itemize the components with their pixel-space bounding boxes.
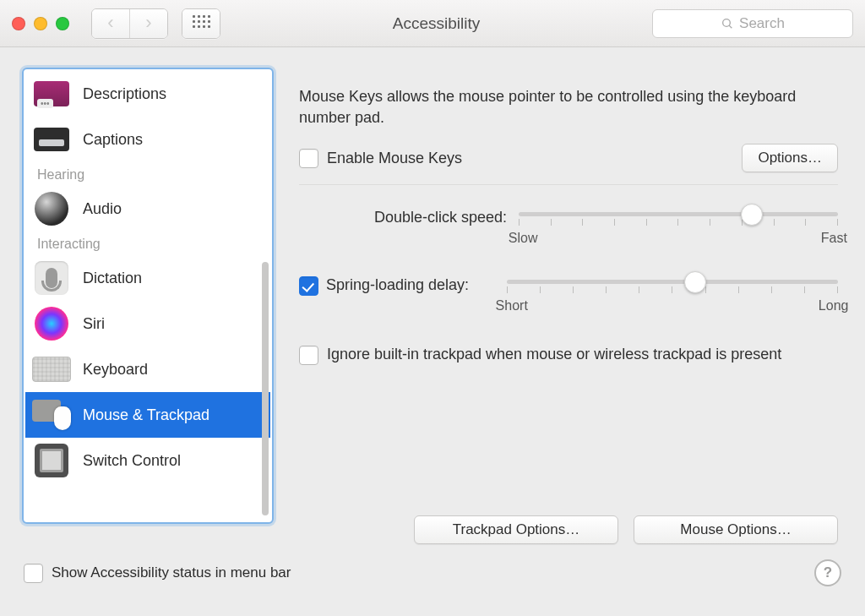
sidebar-item-label: Mouse & Trackpad [83, 406, 209, 424]
slider-min-label: Short [496, 298, 528, 313]
spring-loading-checkbox[interactable] [299, 276, 318, 296]
sidebar-item-label: Captions [83, 131, 143, 149]
close-window-button[interactable] [12, 17, 25, 30]
chevron-left-icon: ‹ [107, 14, 113, 32]
titlebar: ‹ › Accessibility Search [0, 0, 865, 47]
bottom-buttons: Trackpad Options… Mouse Options… [414, 515, 838, 544]
double-click-speed-label: Double-click speed: [374, 209, 507, 226]
search-input[interactable]: Search [652, 9, 853, 38]
sidebar-category-interacting: Interacting [25, 232, 270, 255]
double-click-speed-slider[interactable]: Slow Fast [519, 209, 838, 246]
slider-knob[interactable] [741, 204, 763, 226]
ignore-trackpad-row: Ignore built-in trackpad when mouse or w… [299, 344, 838, 365]
nav-buttons: ‹ › [91, 8, 168, 39]
spring-loading-delay-slider[interactable]: Short Long [507, 276, 838, 313]
button-label: Mouse Options… [680, 521, 791, 538]
spring-loading-delay-row: Spring-loading delay: Short Long [299, 276, 838, 313]
show-all-button[interactable] [182, 8, 220, 39]
svg-point-0 [723, 19, 731, 26]
enable-mouse-keys-label: Enable Mouse Keys [327, 150, 462, 167]
sidebar-item-keyboard[interactable]: Keyboard [25, 346, 270, 392]
sidebar-item-label: Switch Control [83, 452, 181, 470]
minimize-window-button[interactable] [34, 17, 47, 30]
help-icon: ? [824, 564, 832, 581]
microphone-icon [35, 261, 68, 295]
captions-icon [34, 128, 69, 151]
show-status-checkbox[interactable] [24, 564, 43, 583]
sidebar-item-siri[interactable]: Siri [25, 301, 270, 346]
help-button[interactable]: ? [814, 559, 841, 586]
descriptions-icon [34, 81, 69, 106]
sidebar-category-hearing: Hearing [25, 162, 270, 186]
intro-text: Mouse Keys allows the mouse pointer to b… [299, 86, 838, 128]
mouse-trackpad-icon [32, 400, 71, 430]
sidebar-item-label: Siri [83, 315, 105, 333]
window-title: Accessibility [234, 14, 639, 33]
ignore-trackpad-checkbox[interactable] [299, 346, 318, 365]
grid-icon [182, 9, 220, 38]
scrollbar-thumb[interactable] [262, 262, 269, 515]
sidebar: Descriptions Captions Hearing Audio Inte… [22, 68, 274, 524]
content: Descriptions Captions Hearing Audio Inte… [0, 47, 865, 556]
ignore-trackpad-label: Ignore built-in trackpad when mouse or w… [327, 344, 781, 365]
separator [299, 184, 838, 185]
slider-max-label: Fast [821, 231, 847, 246]
sidebar-item-captions[interactable]: Captions [25, 117, 270, 162]
sidebar-item-audio[interactable]: Audio [25, 186, 270, 232]
search-placeholder: Search [739, 15, 785, 32]
sidebar-item-mouse-trackpad[interactable]: Mouse & Trackpad [25, 392, 270, 438]
keyboard-icon [32, 357, 71, 382]
trackpad-options-button[interactable]: Trackpad Options… [414, 515, 618, 544]
button-label: Trackpad Options… [453, 521, 580, 538]
slider-knob[interactable] [684, 271, 706, 293]
slider-max-label: Long [819, 298, 849, 313]
zoom-window-button[interactable] [56, 17, 69, 30]
sidebar-item-label: Descriptions [83, 85, 166, 103]
forward-button[interactable]: › [130, 9, 167, 38]
svg-line-1 [729, 25, 732, 28]
mouse-options-button[interactable]: Mouse Options… [634, 515, 838, 544]
sidebar-item-descriptions[interactable]: Descriptions [25, 71, 270, 117]
footer: Show Accessibility status in menu bar ? [0, 556, 865, 586]
mouse-keys-options-button[interactable]: Options… [742, 144, 838, 172]
button-label: Options… [758, 150, 822, 166]
siri-icon [35, 307, 68, 341]
sidebar-item-switch-control[interactable]: Switch Control [25, 438, 270, 483]
window-controls [12, 17, 69, 30]
enable-mouse-keys-checkbox[interactable] [299, 149, 318, 168]
spring-loading-label: Spring-loading delay: [326, 276, 469, 293]
show-status-label: Show Accessibility status in menu bar [52, 564, 291, 581]
switch-control-icon [35, 444, 68, 477]
sidebar-item-label: Dictation [83, 270, 142, 287]
slider-min-label: Slow [509, 231, 538, 246]
sidebar-item-label: Keyboard [83, 361, 148, 379]
back-button[interactable]: ‹ [92, 9, 130, 38]
sidebar-scrollbar[interactable] [262, 78, 269, 514]
search-icon [721, 17, 734, 30]
sidebar-item-dictation[interactable]: Dictation [25, 255, 270, 301]
sidebar-item-label: Audio [83, 200, 122, 218]
double-click-speed-row: Double-click speed: Slow Fast [299, 209, 838, 246]
main-panel: Mouse Keys allows the mouse pointer to b… [289, 68, 843, 551]
speaker-icon [35, 192, 68, 226]
chevron-right-icon: › [145, 14, 151, 32]
